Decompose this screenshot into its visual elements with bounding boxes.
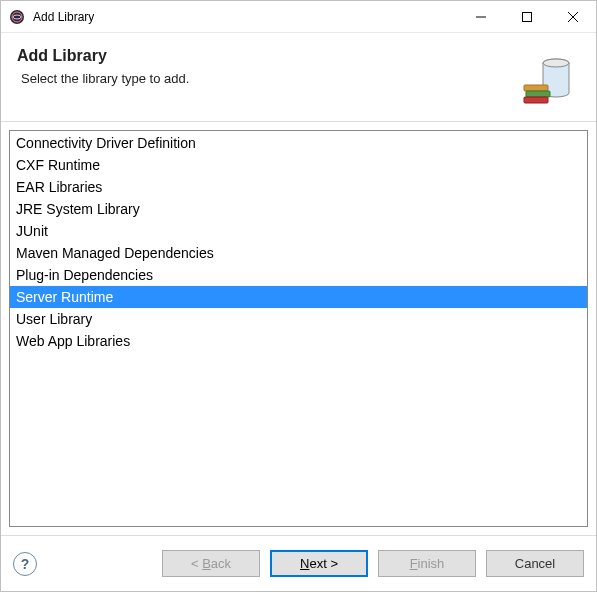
window-title: Add Library: [33, 10, 458, 24]
page-subtitle: Select the library type to add.: [17, 71, 516, 86]
content-area: Connectivity Driver DefinitionCXF Runtim…: [1, 122, 596, 535]
library-type-list[interactable]: Connectivity Driver DefinitionCXF Runtim…: [9, 130, 588, 527]
svg-rect-11: [524, 97, 548, 103]
back-button[interactable]: < Back: [162, 550, 260, 577]
button-label: < Back: [191, 556, 231, 571]
list-item[interactable]: Web App Libraries: [10, 330, 587, 352]
close-button[interactable]: [550, 1, 596, 32]
list-item[interactable]: Plug-in Dependencies: [10, 264, 587, 286]
list-item[interactable]: CXF Runtime: [10, 154, 587, 176]
finish-button[interactable]: Finish: [378, 550, 476, 577]
svg-point-8: [543, 59, 569, 67]
minimize-button[interactable]: [458, 1, 504, 32]
button-label: Next >: [300, 556, 338, 571]
list-item[interactable]: JUnit: [10, 220, 587, 242]
list-item[interactable]: Maven Managed Dependencies: [10, 242, 587, 264]
help-button[interactable]: ?: [13, 552, 37, 576]
titlebar: Add Library: [1, 1, 596, 33]
next-button[interactable]: Next >: [270, 550, 368, 577]
list-item[interactable]: Connectivity Driver Definition: [10, 132, 587, 154]
library-jar-icon: [516, 47, 580, 111]
dialog-header: Add Library Select the library type to a…: [1, 33, 596, 122]
maximize-button[interactable]: [504, 1, 550, 32]
svg-rect-9: [524, 85, 548, 91]
button-bar: ? < Back Next > Finish Cancel: [1, 535, 596, 591]
svg-rect-10: [526, 91, 550, 97]
window-controls: [458, 1, 596, 32]
svg-rect-4: [523, 12, 532, 21]
list-item[interactable]: JRE System Library: [10, 198, 587, 220]
cancel-button[interactable]: Cancel: [486, 550, 584, 577]
eclipse-icon: [9, 9, 25, 25]
list-item[interactable]: EAR Libraries: [10, 176, 587, 198]
header-text: Add Library Select the library type to a…: [17, 47, 516, 86]
list-item[interactable]: User Library: [10, 308, 587, 330]
page-title: Add Library: [17, 47, 516, 65]
button-label: Finish: [410, 556, 445, 571]
list-item[interactable]: Server Runtime: [10, 286, 587, 308]
button-label: Cancel: [515, 556, 555, 571]
